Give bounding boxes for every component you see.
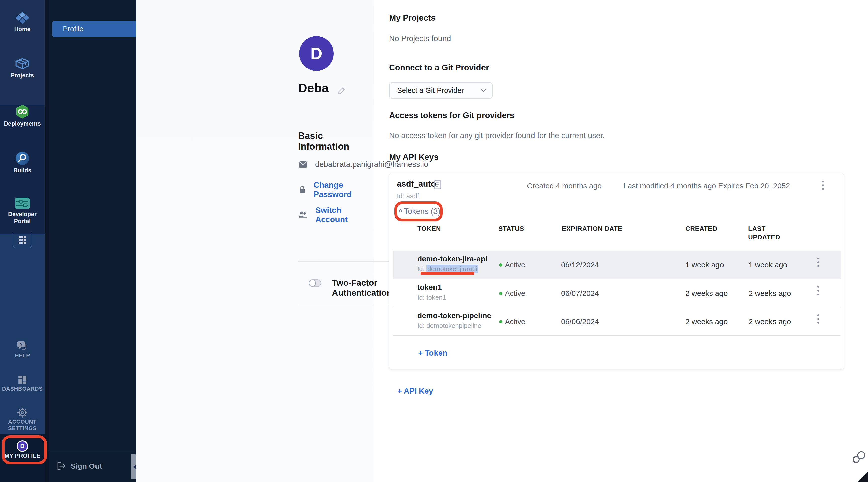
copy-icon[interactable] [434,180,441,191]
column-header-created: CREATED [685,224,717,233]
column-header-last-updated: LAST UPDATED [748,224,786,241]
api-key-card: asdf_auto Id: asdf Created 4 months ago … [389,173,844,369]
table-row[interactable]: demo-token-jira-api Id: demotokenjiraapi… [393,250,841,279]
token-status: Active [499,289,525,298]
toggle-knob [309,280,316,287]
sidebar-item-label: DASHBOARDS [0,386,45,392]
api-key-name: asdf_auto [397,179,436,189]
sidebar-item-label: Deployments [0,120,45,127]
token-expiration: 06/06/2024 [561,318,599,326]
column-header-expiration: EXPIRATION DATE [562,224,622,233]
deployments-icon [15,104,30,120]
tokens-expand-toggle[interactable]: ^Tokens (3) [398,207,440,216]
token-expiration: 06/12/2024 [561,261,599,269]
token-created: 2 weeks ago [685,289,727,298]
api-key-menu-button[interactable] [822,181,824,190]
two-factor-toggle[interactable] [309,279,321,287]
profile-sidebar: Profile Sign Out [49,0,136,482]
api-keys-title: My API Keys [389,152,438,162]
status-dot-icon [499,320,502,324]
basic-information-title: Basic Information [298,131,374,152]
sidebar-item-help[interactable]: ? HELP [0,341,45,359]
sidebar-item-label: ACCOUNT SETTINGS [0,419,45,432]
rail-section-utilities [0,234,45,434]
token-menu-button[interactable] [817,314,819,324]
chevron-down-icon [480,89,486,92]
token-name: demo-token-jira-api [417,254,487,263]
api-key-created: Created 4 months ago [527,182,601,190]
sidebar-item-developer-portal[interactable]: Developer Portal [0,197,45,225]
switch-account-row[interactable]: Switch Account [298,206,374,224]
token-name: demo-token-pipeline [417,311,491,320]
access-tokens-empty-text: No access token for any git provider fou… [389,131,604,140]
sidebar-item-projects[interactable]: Projects [0,57,45,79]
app-root: Home Projects [0,0,868,482]
add-api-key-button[interactable]: + API Key [397,387,433,396]
avatar[interactable]: D [299,36,334,71]
sidebar-item-label: Builds [0,167,45,174]
lock-icon [299,185,306,194]
token-status: Active [499,318,525,326]
token-updated: 1 week ago [749,261,787,269]
svg-text:?: ? [20,342,23,347]
corner-artifact [858,472,868,482]
edit-name-icon[interactable] [337,86,346,96]
token-id: Id: demotokenpipeline [417,322,481,330]
sidebar-item-builds[interactable]: Builds [0,151,45,174]
sidebar-item-deployments[interactable]: Deployments [0,104,45,127]
chevron-up-icon: ^ [398,208,402,215]
sidebar-item-my-profile[interactable]: D MY PROFILE [0,440,45,459]
table-row[interactable]: demo-token-pipeline Id: demotokenpipelin… [393,307,841,336]
sidebar-item-label: HELP [0,352,45,359]
two-factor-label: Two-Factor Authentication [332,278,392,298]
column-header-token: TOKEN [417,224,441,233]
home-icon [15,11,30,26]
change-password-row[interactable]: Change Password [299,180,374,199]
chat-help-icon[interactable] [852,450,867,466]
gear-icon [17,408,27,419]
token-expiration: 06/07/2024 [561,289,599,298]
dashboards-icon [18,375,27,386]
git-provider-title: Connect to a Git Provider [389,63,489,72]
sign-out-icon [56,461,66,471]
sidebar-item-dashboards[interactable]: DASHBOARDS [0,375,45,392]
sidebar-item-label: Profile [63,25,84,33]
token-id: Id: token1 [417,294,446,301]
help-icon: ? [17,341,28,352]
token-status: Active [499,261,525,269]
api-key-modified: Last modified 4 months ago Expires Feb 2… [623,182,790,190]
token-menu-button[interactable] [817,258,819,267]
git-provider-select-value: Select a Git Provider [397,86,464,95]
status-dot-icon [499,292,502,295]
access-tokens-title: Access tokens for Git providers [389,111,515,120]
token-menu-button[interactable] [817,286,819,295]
token-updated: 2 weeks ago [749,318,791,326]
projects-icon [15,57,30,72]
switch-account-link: Switch Account [315,206,374,224]
annotation-underline [421,272,474,275]
table-row[interactable]: token1 Id: token1 Active 06/07/2024 2 we… [393,279,841,307]
grid-icon [18,236,27,245]
module-switcher-button[interactable] [12,233,32,248]
sidebar-item-label: MY PROFILE [0,452,45,459]
add-token-button[interactable]: + Token [418,349,447,358]
sidebar-item-home[interactable]: Home [0,11,45,33]
profile-name: Deba [298,81,329,95]
sign-out-button[interactable]: Sign Out [49,457,136,475]
column-header-status: STATUS [498,224,524,233]
builds-icon [15,151,30,167]
profile-panel: D Deba Basic Information debabrata.panig… [136,0,374,482]
token-table: demo-token-jira-api Id: demotokenjiraapi… [393,250,841,336]
status-dot-icon [499,263,502,267]
sidebar-item-account-settings[interactable]: ACCOUNT SETTINGS [0,408,45,432]
sidebar-item-profile[interactable]: Profile [52,21,136,37]
git-provider-select[interactable]: Select a Git Provider [389,83,493,98]
module-sidebar: Home Projects [0,0,45,482]
token-created: 1 week ago [685,261,724,269]
api-key-id: Id: asdf [397,192,419,200]
email-icon [299,161,307,168]
token-updated: 2 weeks ago [749,289,791,298]
developer-portal-icon [14,197,30,211]
sidebar-item-label: Projects [0,72,45,79]
change-password-link: Change Password [314,180,374,199]
